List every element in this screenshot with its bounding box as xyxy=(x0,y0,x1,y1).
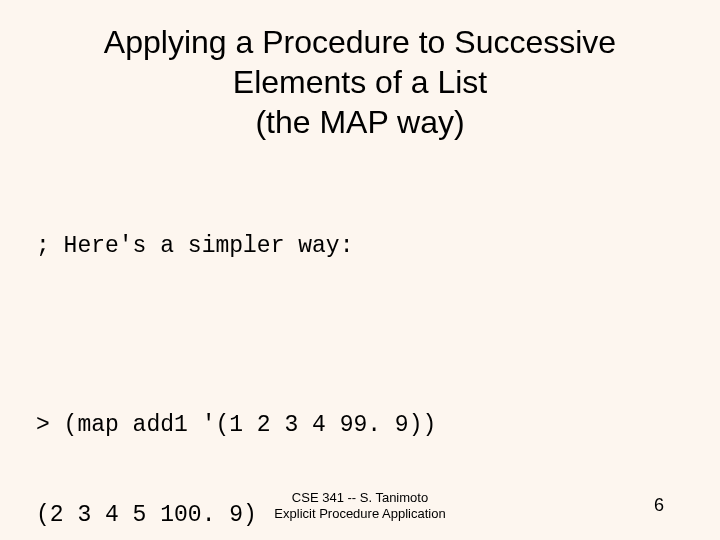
slide-title: Applying a Procedure to Successive Eleme… xyxy=(36,22,684,142)
code-line: ; Here's a simpler way: xyxy=(36,232,684,262)
page-number: 6 xyxy=(654,495,664,516)
slide-footer: CSE 341 -- S. Tanimoto Explicit Procedur… xyxy=(0,490,720,523)
title-line-1: Applying a Procedure to Successive xyxy=(104,24,616,60)
code-block-1: ; Here's a simpler way: xyxy=(36,172,684,321)
footer-line-2: Explicit Procedure Application xyxy=(274,506,445,521)
slide: Applying a Procedure to Successive Eleme… xyxy=(0,0,720,540)
code-line: > (map add1 '(1 2 3 4 99. 9)) xyxy=(36,411,684,441)
title-line-2: Elements of a List xyxy=(233,64,487,100)
title-line-3: (the MAP way) xyxy=(255,104,464,140)
footer-line-1: CSE 341 -- S. Tanimoto xyxy=(292,490,428,505)
